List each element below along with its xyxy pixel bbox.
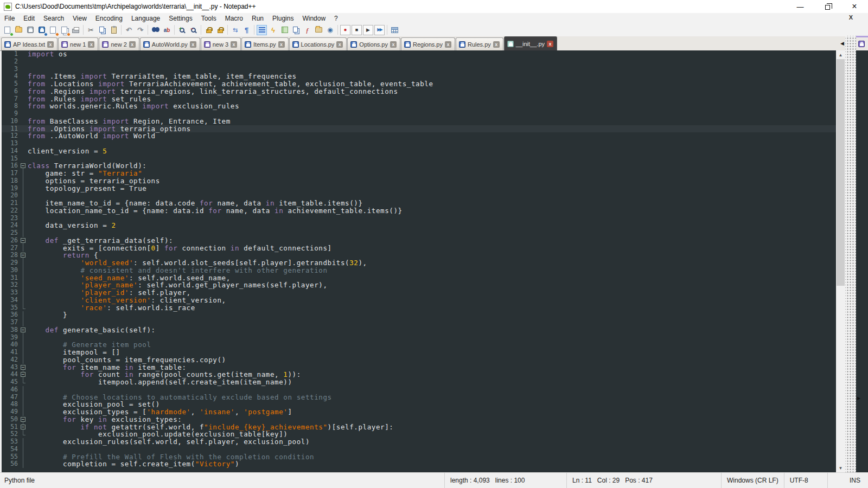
code-line[interactable]: 25: [2, 229, 836, 237]
line-number[interactable]: 54: [2, 446, 19, 453]
indent-guide-icon[interactable]: [257, 25, 267, 35]
code-line[interactable]: 37: [2, 319, 836, 326]
macro-play-icon[interactable]: ▶: [363, 25, 373, 35]
code-line[interactable]: 49 exclusion_types = ['hardmode', 'insan…: [2, 408, 836, 416]
line-number[interactable]: 23: [2, 215, 19, 222]
line-number[interactable]: 44: [2, 371, 19, 378]
scrollbar-thumb[interactable]: [837, 59, 845, 286]
line-number[interactable]: 34: [2, 297, 19, 304]
line-number[interactable]: 3: [2, 66, 19, 73]
fold-margin[interactable]: [19, 386, 28, 394]
fold-margin[interactable]: −: [19, 326, 28, 334]
fold-margin[interactable]: [19, 334, 28, 342]
line-number[interactable]: 18: [2, 177, 19, 185]
line-number[interactable]: 2: [2, 58, 19, 66]
code-line[interactable]: 54: [2, 446, 836, 453]
sync-scroll-vertical-icon[interactable]: [203, 25, 214, 35]
line-number[interactable]: 28: [2, 252, 19, 259]
code-line[interactable]: 19 topology_present = True: [2, 185, 836, 192]
line-number[interactable]: 12: [2, 132, 19, 140]
code-line[interactable]: 27 exits = [connection[0] for connection…: [2, 245, 836, 252]
fold-margin[interactable]: [19, 58, 28, 66]
line-number[interactable]: 49: [2, 408, 19, 416]
tab-close-icon[interactable]: x: [336, 41, 343, 48]
code-line[interactable]: 16−class TerrariaWorld(World):: [2, 162, 836, 170]
new-file-icon[interactable]: [2, 25, 12, 35]
tab-init-py[interactable]: __init__.pyx: [504, 36, 557, 50]
cut-icon[interactable]: ✂: [86, 25, 96, 35]
code-line[interactable]: 14client_version = 5: [2, 147, 836, 155]
line-number[interactable]: 7: [2, 95, 19, 103]
line-number[interactable]: 33: [2, 289, 19, 297]
fold-margin[interactable]: [19, 229, 28, 237]
save-all-icon[interactable]: [36, 25, 47, 35]
fold-margin[interactable]: [19, 132, 28, 140]
sync-scroll-horizontal-icon[interactable]: [215, 25, 225, 35]
menu-item-search[interactable]: Search: [39, 14, 68, 23]
tab-scroll-left-icon[interactable]: ◀: [840, 41, 844, 46]
fold-margin[interactable]: [19, 140, 28, 147]
fold-margin[interactable]: [19, 185, 28, 192]
fold-margin[interactable]: [19, 438, 28, 446]
menu-item-window[interactable]: Window: [298, 14, 330, 23]
tab-close-icon[interactable]: x: [278, 41, 285, 48]
fold-margin[interactable]: [19, 88, 28, 95]
menu-item-file[interactable]: File: [0, 14, 19, 23]
macro-run-multiple-icon[interactable]: ▶▶: [374, 25, 385, 35]
fold-margin[interactable]: [19, 147, 28, 155]
line-number[interactable]: 13: [2, 140, 19, 147]
code-line[interactable]: 36 }: [2, 311, 836, 319]
menubar-close-document-icon[interactable]: X: [849, 14, 853, 21]
function-list-icon[interactable]: ƒ: [302, 25, 312, 35]
save-icon[interactable]: [25, 25, 35, 35]
code-line[interactable]: 17 game: str = "Terraria": [2, 170, 836, 177]
menu-item-run[interactable]: Run: [247, 14, 268, 23]
code-line[interactable]: 5from .Locations import TerrariaAchievem…: [2, 80, 836, 88]
function-completion-icon[interactable]: ϟ: [268, 25, 278, 35]
document-map-icon[interactable]: [279, 25, 290, 35]
code-line[interactable]: 48 exclusion_pool = set(): [2, 401, 836, 408]
line-number[interactable]: 40: [2, 341, 19, 349]
line-number[interactable]: 8: [2, 102, 19, 110]
line-number[interactable]: 52: [2, 431, 19, 438]
code-line[interactable]: 12from ..AutoWorld import World: [2, 132, 836, 140]
fold-margin[interactable]: [19, 110, 28, 118]
line-number[interactable]: 11: [2, 125, 19, 133]
line-number[interactable]: 5: [2, 80, 19, 88]
code-line[interactable]: 26− def _get_terraria_data(self):: [2, 237, 836, 245]
code-line[interactable]: 41 itempool = []: [2, 349, 836, 356]
find-icon[interactable]: [150, 25, 161, 35]
fold-margin[interactable]: [19, 80, 28, 88]
minimize-button[interactable]: —: [787, 0, 814, 13]
menu-item-settings[interactable]: Settings: [164, 14, 196, 23]
line-number[interactable]: 36: [2, 311, 19, 319]
menu-item-tools[interactable]: Tools: [197, 14, 221, 23]
line-number[interactable]: 37: [2, 319, 19, 326]
show-all-characters-icon[interactable]: ¶: [241, 25, 252, 35]
scroll-up-icon[interactable]: ▲: [836, 50, 845, 59]
fold-margin[interactable]: [19, 401, 28, 408]
tab-autoworld-py[interactable]: AutoWorld.pyx: [140, 37, 200, 50]
tab-new-1[interactable]: new 1x: [58, 37, 98, 50]
tab-new-2[interactable]: new 2x: [99, 37, 139, 50]
fold-margin[interactable]: [19, 259, 28, 267]
fold-margin[interactable]: [19, 356, 28, 364]
code-line[interactable]: 28− return {: [2, 252, 836, 259]
code-line[interactable]: 39: [2, 334, 836, 342]
fold-margin[interactable]: [19, 170, 28, 177]
macro-save-icon[interactable]: [390, 25, 400, 35]
view-splitter-handle[interactable]: [845, 36, 856, 472]
vertical-scrollbar[interactable]: ▲ ▼: [836, 50, 845, 472]
print-icon[interactable]: [71, 25, 81, 35]
fold-margin[interactable]: −: [19, 252, 28, 259]
code-line[interactable]: 20: [2, 192, 836, 200]
menu-item-?[interactable]: ?: [330, 14, 342, 23]
fold-margin[interactable]: [19, 222, 28, 229]
line-number[interactable]: 43: [2, 364, 19, 371]
line-number[interactable]: 26: [2, 237, 19, 245]
line-number[interactable]: 25: [2, 229, 19, 237]
code-line[interactable]: 10from BaseClasses import Region, Entran…: [2, 118, 836, 125]
fold-margin[interactable]: [19, 297, 28, 304]
code-line[interactable]: 29 'world_seed': self.world.slot_seeds[s…: [2, 259, 836, 267]
line-number[interactable]: 9: [2, 110, 19, 118]
